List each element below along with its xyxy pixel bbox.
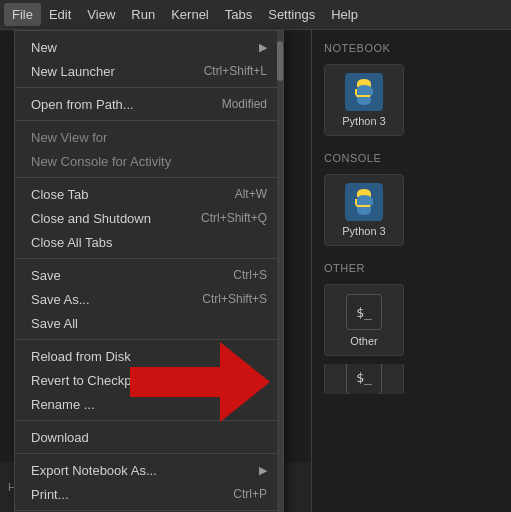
- notebook-section-label: Notebook: [312, 30, 511, 60]
- menu-item-close-shutdown[interactable]: Close and Shutdown Ctrl+Shift+Q: [15, 206, 283, 230]
- svg-point-5: [359, 193, 361, 195]
- svg-point-3: [366, 99, 368, 101]
- menu-item-print[interactable]: Print... Ctrl+P: [15, 482, 283, 506]
- save-as-shortcut: Ctrl+Shift+S: [202, 292, 267, 306]
- menu-item-print-label: Print...: [31, 487, 69, 502]
- file-dropdown-menu: New ▶ New Launcher Ctrl+Shift+L Open fro…: [14, 30, 284, 512]
- menu-item-new-view-label: New View for: [31, 130, 107, 145]
- python-notebook-svg: [345, 73, 383, 111]
- console-row: Python 3: [312, 170, 511, 250]
- separator-8: [15, 510, 283, 511]
- close-shutdown-shortcut: Ctrl+Shift+Q: [201, 211, 267, 225]
- close-tab-shortcut: Alt+W: [235, 187, 267, 201]
- open-path-modified-label: Modified: [222, 97, 267, 111]
- menu-item-close-shutdown-label: Close and Shutdown: [31, 211, 151, 226]
- menu-item-close-all-label: Close All Tabs: [31, 235, 112, 250]
- notebook-python3-icon: [344, 73, 384, 111]
- menu-item-revert-label: Revert to Checkpoint: [31, 373, 152, 388]
- menu-item-new[interactable]: New ▶: [15, 35, 283, 59]
- menubar-file[interactable]: File: [4, 3, 41, 26]
- menu-item-close-all[interactable]: Close All Tabs: [15, 230, 283, 254]
- separator-5: [15, 339, 283, 340]
- separator-3: [15, 177, 283, 178]
- menubar-help[interactable]: Help: [323, 3, 366, 26]
- menubar-tabs[interactable]: Tabs: [217, 3, 260, 26]
- svg-point-2: [359, 83, 361, 85]
- menu-item-open-path[interactable]: Open from Path... Modified: [15, 92, 283, 116]
- separator-4: [15, 258, 283, 259]
- menu-item-save[interactable]: Save Ctrl+S: [15, 263, 283, 287]
- menu-item-save-as-label: Save As...: [31, 292, 90, 307]
- menu-item-save-all-label: Save All: [31, 316, 78, 331]
- other-terminal-icon: $_: [346, 294, 382, 330]
- separator-2: [15, 120, 283, 121]
- menubar: File Edit View Run Kernel Tabs Settings …: [0, 0, 511, 30]
- menu-item-save-label: Save: [31, 268, 61, 283]
- menu-item-open-path-label: Open from Path...: [31, 97, 134, 112]
- menu-item-new-launcher-label: New Launcher: [31, 64, 115, 79]
- menu-item-export-label: Export Notebook As...: [31, 463, 157, 478]
- python-console-svg: [345, 183, 383, 221]
- menu-item-new-label: New: [31, 40, 57, 55]
- launcher-panel: ⧉ Launcher ✕ Notebook Python 3 Console: [311, 0, 511, 512]
- menu-item-new-launcher-shortcut: Ctrl+Shift+L: [204, 64, 267, 78]
- svg-point-6: [366, 209, 368, 211]
- menu-item-download-label: Download: [31, 430, 89, 445]
- menubar-kernel[interactable]: Kernel: [163, 3, 217, 26]
- menu-item-new-arrow: ▶: [259, 41, 267, 54]
- menubar-edit[interactable]: Edit: [41, 3, 79, 26]
- menu-item-export[interactable]: Export Notebook As... ▶: [15, 458, 283, 482]
- other-section-label: Other: [312, 250, 511, 280]
- menu-item-rename-label: Rename ...: [31, 397, 95, 412]
- notebook-row: Python 3: [312, 60, 511, 140]
- separator-7: [15, 453, 283, 454]
- other-row: $_ Other: [312, 280, 511, 360]
- menubar-settings[interactable]: Settings: [260, 3, 323, 26]
- notebook-python3-item[interactable]: Python 3: [324, 64, 404, 136]
- menu-item-close-tab-label: Close Tab: [31, 187, 89, 202]
- menu-item-new-console-label: New Console for Activity: [31, 154, 171, 169]
- console-python3-icon: [344, 183, 384, 221]
- menu-item-reload-label: Reload from Disk: [31, 349, 131, 364]
- console-python3-label: Python 3: [342, 225, 385, 237]
- separator-1: [15, 87, 283, 88]
- menu-item-save-all[interactable]: Save All: [15, 311, 283, 335]
- menu-item-reload[interactable]: Reload from Disk: [15, 344, 283, 368]
- other-item-2[interactable]: $_: [324, 364, 404, 394]
- menu-item-new-launcher[interactable]: New Launcher Ctrl+Shift+L: [15, 59, 283, 83]
- notebook-python3-label: Python 3: [342, 115, 385, 127]
- other-icon: $_: [344, 293, 384, 331]
- other-item-2-row: $_: [312, 364, 511, 394]
- other-label: Other: [350, 335, 378, 347]
- other-icon-2: $_: [344, 364, 384, 394]
- menubar-view[interactable]: View: [79, 3, 123, 26]
- menu-item-download[interactable]: Download: [15, 425, 283, 449]
- menubar-run[interactable]: Run: [123, 3, 163, 26]
- menu-item-save-as[interactable]: Save As... Ctrl+Shift+S: [15, 287, 283, 311]
- other-item[interactable]: $_ Other: [324, 284, 404, 356]
- menu-item-rename[interactable]: Rename ...: [15, 392, 283, 416]
- menu-item-new-console: New Console for Activity: [15, 149, 283, 173]
- console-section-label: Console: [312, 140, 511, 170]
- separator-6: [15, 420, 283, 421]
- menu-item-close-tab[interactable]: Close Tab Alt+W: [15, 182, 283, 206]
- menu-item-new-view: New View for: [15, 125, 283, 149]
- other-terminal-icon-2: $_: [346, 364, 382, 394]
- menu-item-revert[interactable]: Revert to Checkpoint: [15, 368, 283, 392]
- export-arrow: ▶: [259, 464, 267, 477]
- print-shortcut: Ctrl+P: [233, 487, 267, 501]
- console-python3-item[interactable]: Python 3: [324, 174, 404, 246]
- save-shortcut: Ctrl+S: [233, 268, 267, 282]
